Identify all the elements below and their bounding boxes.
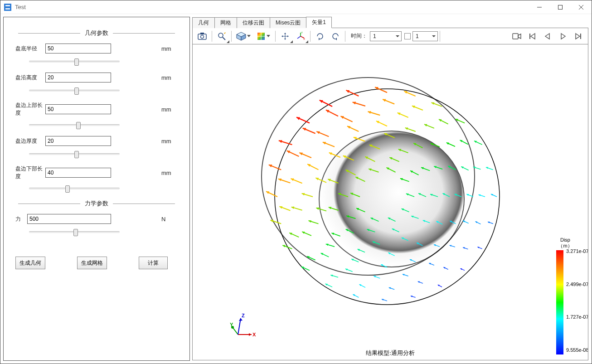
record-icon[interactable]: [509, 29, 524, 43]
param-input-radius[interactable]: [45, 44, 111, 53]
param-row-0: 盘底半径 mm: [14, 44, 180, 53]
rotate-cw-icon[interactable]: [312, 29, 328, 43]
param-input-thickness[interactable]: [45, 136, 111, 146]
tab-geometry[interactable]: 几何: [192, 17, 215, 28]
close-button[interactable]: [571, 0, 592, 14]
param-unit: mm: [161, 138, 180, 145]
param-label: 盘底半径: [14, 45, 45, 53]
render-mode-icon[interactable]: [233, 29, 253, 43]
svg-point-7: [218, 33, 223, 38]
generate-geometry-button[interactable]: 生成几何: [15, 257, 45, 269]
svg-line-153: [233, 327, 238, 335]
last-frame-icon[interactable]: [571, 29, 586, 43]
frame-combo[interactable]: 1: [412, 31, 438, 41]
parameter-panel: 几何参数 盘底半径 mm 盘沿高度 mm 盘边上部长度 mm 盘边厚度: [3, 17, 190, 361]
time-label: 时间：: [351, 32, 367, 40]
play-icon[interactable]: [555, 29, 571, 43]
param-unit: mm: [161, 106, 180, 113]
param-unit: mm: [161, 45, 180, 52]
tab-displacement[interactable]: 位移云图: [237, 17, 270, 28]
result-status: 结果模型:通用分析: [366, 349, 415, 357]
time-combo[interactable]: 1: [370, 31, 402, 41]
param-row-4: 盘边下部长度 mm: [14, 165, 180, 180]
tab-mesh[interactable]: 网格: [214, 17, 237, 28]
generate-mesh-button[interactable]: 生成网格: [77, 257, 107, 269]
result-model: [256, 72, 510, 326]
param-input-rim-height[interactable]: [45, 73, 111, 83]
param-unit: N: [161, 216, 180, 223]
app-window: Test 几何参数 盘底半径 mm 盘沿高度 mm 盘边上部长度: [0, 0, 592, 364]
param-input-lower-len[interactable]: [45, 168, 111, 178]
svg-rect-1: [558, 5, 563, 9]
param-label: 盘边下部长度: [14, 165, 45, 180]
param-row-3: 盘边厚度 mm: [14, 136, 180, 146]
pan-icon[interactable]: [277, 29, 293, 43]
svg-text:Y: Y: [301, 32, 303, 34]
param-unit: mm: [161, 74, 180, 81]
svg-line-8: [223, 37, 225, 40]
svg-text:Y: Y: [230, 322, 233, 327]
param-input-force[interactable]: [27, 214, 111, 224]
minimize-button[interactable]: [529, 0, 550, 14]
svg-text:Z: Z: [242, 313, 245, 318]
axis-orient-icon[interactable]: YX: [293, 29, 308, 43]
result-tabs: 几何 网格 位移云图 Mises云图 矢量1: [192, 17, 588, 28]
param-unit: mm: [161, 170, 180, 176]
axis-triad-icon: X Y Z: [230, 313, 257, 340]
prev-frame-icon[interactable]: [540, 29, 555, 43]
svg-line-19: [297, 36, 301, 39]
section-header-geometry: 几何参数: [18, 29, 175, 37]
svg-text:X: X: [252, 332, 256, 337]
legend-tick: 2.499e-07: [566, 281, 588, 287]
titlebar: Test: [0, 0, 592, 14]
legend-tick: 1.727e-07: [566, 314, 588, 320]
param-slider-0[interactable]: [29, 58, 120, 64]
param-row-force: 力 N: [14, 214, 180, 224]
maximize-button[interactable]: [550, 0, 571, 14]
svg-point-5: [201, 35, 204, 38]
window-title: Test: [15, 4, 26, 10]
app-logo-icon: [4, 4, 11, 11]
zoom-fit-icon[interactable]: [214, 29, 229, 43]
color-legend: Disp （m） 3.271e-07 2.499e-07 1.727e-07 9…: [547, 237, 583, 354]
rotate-ccw-icon[interactable]: [328, 29, 343, 43]
viewer-toolbar: YX 时间： 1 1: [192, 28, 588, 44]
param-slider-4[interactable]: [29, 185, 120, 191]
svg-rect-22: [513, 34, 518, 39]
colormap-icon[interactable]: [253, 29, 273, 43]
param-label: 力: [14, 215, 27, 223]
svg-text:X: X: [303, 38, 305, 40]
legend-title: Disp: [560, 237, 570, 243]
param-slider-1[interactable]: [29, 87, 120, 93]
param-input-upper-len[interactable]: [45, 104, 111, 114]
param-label: 盘沿高度: [14, 74, 45, 82]
param-row-1: 盘沿高度 mm: [14, 73, 180, 83]
param-label: 盘边厚度: [14, 137, 45, 145]
param-row-2: 盘边上部长度 mm: [14, 102, 180, 117]
legend-tick: 3.271e-07: [566, 248, 588, 254]
param-slider-force[interactable]: [29, 228, 120, 235]
param-slider-3[interactable]: [29, 150, 120, 157]
legend-tick: 9.555e-08: [566, 347, 588, 353]
snapshot-icon[interactable]: [194, 29, 210, 43]
legend-colorbar: [556, 250, 563, 354]
first-frame-icon[interactable]: [524, 29, 540, 43]
svg-rect-6: [200, 33, 204, 34]
tab-mises[interactable]: Mises云图: [270, 17, 306, 28]
tab-vector1[interactable]: 矢量1: [306, 17, 332, 28]
param-label: 盘边上部长度: [14, 102, 45, 117]
viewport-3d[interactable]: X Y Z 结果模型:通用分析 Disp （m） 3.271e-07 2.499…: [192, 44, 588, 360]
param-slider-2[interactable]: [29, 121, 120, 128]
main-area: 几何 网格 位移云图 Mises云图 矢量1 YX 时间：: [192, 17, 589, 361]
calculate-button[interactable]: 计算: [139, 257, 168, 269]
section-header-mechanics: 力学参数: [18, 199, 175, 208]
time-sync-checkbox[interactable]: [404, 33, 411, 39]
